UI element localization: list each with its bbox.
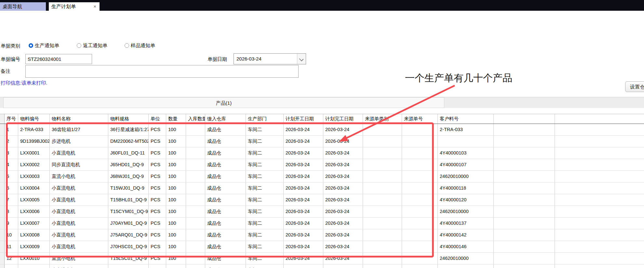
cell-customer-part-no: 4Y40000137 [438, 218, 494, 229]
cell-plan-finish-date: 2026-03-24 [323, 264, 363, 268]
table-row[interactable]: 9LXX0007小直流电机J70AYM01_DQ-9PCS100成品仓车间二20… [0, 218, 644, 229]
cell-material-spec: J75ARQ01_DQ-9 [108, 229, 149, 241]
doc-no-input[interactable] [25, 54, 92, 64]
empty-column [494, 253, 555, 264]
empty-column [494, 194, 555, 206]
cell-material-no: LXX0005 [18, 194, 50, 206]
cell-plan-start-date: 2026-03-24 [284, 147, 323, 159]
cell-plan-finish-date: 2026-03-24 [323, 147, 363, 159]
cell-source-no [402, 253, 438, 264]
cell-seq: 9 [5, 218, 18, 229]
table-row[interactable]: 6LXX0004小直流电机T15WJ01_DQ-9PCS100成品仓车间二202… [0, 182, 644, 194]
cell-customer-part-no: 2-TRA-033 [438, 124, 494, 135]
cell-material-spec: 36行星减速箱/1:27 [108, 124, 149, 135]
empty-column [494, 147, 555, 159]
cell-plan-start-date: 2026-03-24 [284, 253, 323, 264]
table-row[interactable]: 29D1399BJ002步进电机DM220062-MT502PCS100成品仓车… [0, 136, 644, 147]
cell-seq: 7 [5, 194, 18, 206]
cell-dept: 车间二 [246, 241, 284, 252]
cell-seq: 6 [5, 182, 18, 194]
cell-material-name: 直流小电机 [50, 171, 108, 182]
cell-warehouse: 成品仓 [205, 241, 246, 252]
cell-seq: 10 [5, 229, 18, 241]
table-row[interactable]: 12LXX0010直流小电机T15LSC01_DQ-9PCS100成品仓车间二2… [0, 253, 644, 264]
doc-type-label: 单据类别 [1, 43, 20, 49]
cell-warehouse: 成品仓 [205, 253, 246, 264]
cell-material-no: LXX0007 [18, 218, 50, 229]
row-selector [0, 114, 5, 124]
table-row[interactable]: 4LXX0002同步直流电机J65HD01_DQ-9PCS100成品仓车间二20… [0, 159, 644, 171]
doc-date-dropdown-button[interactable] [297, 54, 306, 64]
table-row[interactable]: 12-TRA-03336齿轮箱1/2736行星减速箱/1:27PCS100成品仓… [0, 124, 644, 136]
radio-icon [125, 43, 129, 48]
cell-plan-finish-date: 2026-03-24 [323, 241, 363, 252]
cell-unit: PCS [149, 124, 166, 135]
cell-material-no: LXX0002 [18, 159, 50, 170]
cell-material-name: 直流小电机 [50, 253, 108, 264]
cell-unit: PCS [149, 218, 166, 229]
cell-unit: PCS [149, 159, 166, 170]
tab-desktop-navigation[interactable]: 桌面导航 [0, 2, 46, 11]
cell-source-type [363, 136, 402, 147]
table-row[interactable]: 13LXX0011小直流电机T15SJK01_DQ-9PCS100成品仓车间二2… [0, 264, 644, 268]
remark-input[interactable] [25, 65, 299, 78]
empty-column [555, 241, 644, 252]
cell-dept: 车间二 [246, 159, 284, 170]
settings-button[interactable]: 设置仓 [625, 81, 644, 92]
empty-column [555, 124, 644, 135]
cell-source-no [402, 182, 438, 194]
cell-plan-start-date: 2026-03-24 [284, 229, 323, 241]
empty-column [494, 171, 555, 182]
radio-sample-notice[interactable]: 样品通知单 [125, 42, 155, 49]
table-row[interactable]: 3LXX0001小直流电机J60FL01_DQ-11PCS100成品仓车间二20… [0, 147, 644, 159]
cell-unit: PCS [149, 253, 166, 264]
cell-qty: 100 [166, 218, 186, 229]
header-material-spec: 物料规格 [108, 114, 149, 124]
cell-material-spec: T15WJ01_DQ-9 [108, 182, 149, 194]
tab-products[interactable]: 产品(1) [3, 97, 444, 108]
cell-warehouse: 成品仓 [205, 136, 246, 147]
cell-qty: 100 [166, 171, 186, 182]
tab-production-plan[interactable]: 生产计划单 × [49, 2, 100, 11]
cell-customer-part-no: 24620010000 [438, 171, 494, 182]
row-selector [0, 218, 5, 229]
cell-in-qty [186, 171, 205, 182]
table-row[interactable]: 5LXX0003直流小电机J68WJ01_DQ-9PCS100成品仓车间二202… [0, 171, 644, 182]
cell-source-no [402, 136, 438, 147]
radio-production-notice[interactable]: 生产通知单 [29, 42, 59, 49]
radio-icon [77, 43, 81, 48]
cell-material-no: LXX0004 [18, 182, 50, 194]
cell-source-no [402, 159, 438, 170]
cell-plan-start-date: 2026-03-24 [284, 264, 323, 268]
cell-qty: 100 [166, 159, 186, 170]
chevron-down-icon [299, 57, 303, 61]
table-row[interactable]: 7LXX0005小直流电机T15BHL01_DQ-9PCS100成品仓车间二20… [0, 194, 644, 206]
empty-column [494, 182, 555, 194]
product-tab-strip: 产品(1) [0, 97, 644, 108]
cell-material-spec: T15CYM01_DQ-9 [108, 206, 149, 217]
cell-material-name: 小直流电机 [50, 218, 108, 229]
cell-plan-finish-date: 2026-03-24 [323, 218, 363, 229]
row-selector [0, 206, 5, 217]
cell-material-no: LXX0011 [18, 264, 50, 268]
table-row[interactable]: 11LXX0009小直流电机J70HSC01_DQ-9PCS100成品仓车间二2… [0, 241, 644, 253]
cell-unit: PCS [149, 171, 166, 182]
close-icon[interactable]: × [93, 2, 96, 11]
header-in-qty: 入库数量 [186, 114, 205, 124]
doc-date-combobox[interactable]: 2026-03-24 [234, 53, 306, 64]
header-warehouse: 缴入仓库 [205, 114, 246, 124]
cell-material-spec: J68WJ01_DQ-9 [108, 171, 149, 182]
cell-material-spec: J60FL01_DQ-11 [108, 147, 149, 159]
cell-plan-finish-date: 2026-03-24 [323, 171, 363, 182]
cell-qty: 100 [166, 253, 186, 264]
cell-in-qty [186, 264, 205, 268]
cell-plan-start-date: 2026-03-24 [284, 218, 323, 229]
table-row[interactable]: 8LXX0006小直流电机T15CYM01_DQ-9PCS100成品仓车间二20… [0, 206, 644, 218]
radio-rework-notice[interactable]: 返工通知单 [77, 42, 107, 49]
cell-warehouse: 成品仓 [205, 147, 246, 159]
cell-qty: 100 [166, 194, 186, 206]
cell-seq: 3 [5, 147, 18, 159]
table-row[interactable]: 10LXX0008小直流电机J75ARQ01_DQ-9PCS100成品仓车间二2… [0, 229, 644, 241]
cell-plan-start-date: 2026-03-24 [284, 159, 323, 170]
cell-source-type [363, 206, 402, 217]
